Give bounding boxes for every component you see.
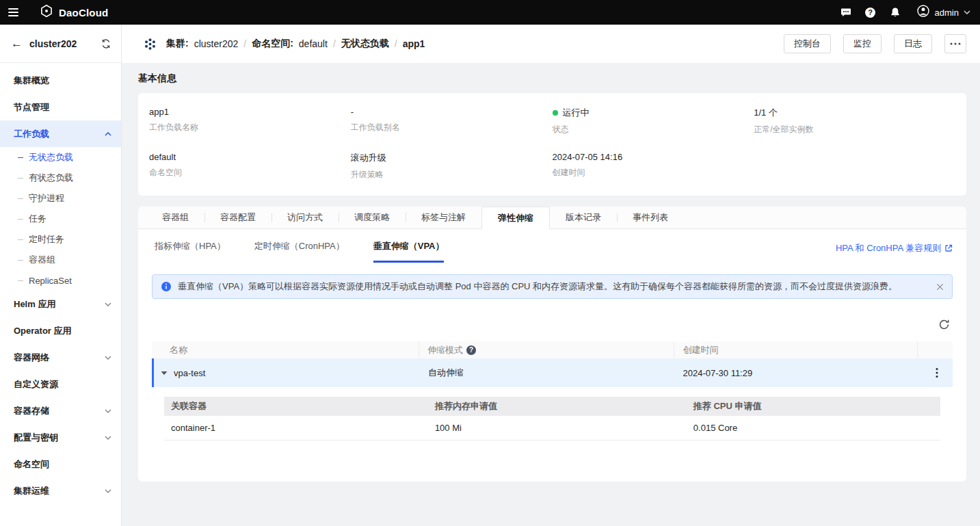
breadcrumb: 集群: cluster202 / 命名空间: default / 无状态负载 /…	[166, 38, 425, 50]
sidebar-item-namespaces[interactable]: 命名空间	[0, 451, 121, 477]
sidebar-item-custom-resources[interactable]: 自定义资源	[0, 371, 121, 397]
memory-recommendation: 100 Mi	[428, 423, 687, 433]
sidebar-item-replicaset[interactable]: ReplicaSet	[0, 270, 121, 291]
table-row-vpa-test[interactable]: vpa-test 自动伸缩 2024-07-30 11:29	[152, 358, 953, 387]
help-icon[interactable]: ?	[466, 345, 476, 355]
vpa-created: 2024-07-30 11:29	[675, 368, 918, 378]
row-actions-kebab-icon[interactable]	[936, 367, 938, 378]
info-field-workload-name: app1 工作负载名称	[149, 107, 351, 135]
tab-labels-annotations[interactable]: 标签与注解	[406, 207, 481, 228]
status-text: 运行中	[563, 107, 590, 119]
tab-pods[interactable]: 容器组	[146, 207, 204, 228]
field-value: 1/1 个	[754, 107, 955, 119]
avatar-icon	[916, 4, 930, 21]
table-header-row: 名称 伸缩模式 ? 创建时间	[152, 341, 953, 358]
console-button[interactable]: 控制台	[784, 34, 831, 53]
breadcrumb-separator: /	[395, 38, 397, 49]
sidebar-item-node-management[interactable]: 节点管理	[0, 94, 121, 120]
tab-scheduling-policy[interactable]: 调度策略	[339, 207, 406, 228]
subtabs-row: 指标伸缩（HPA） 定时伸缩（CronHPA） 垂直伸缩（VPA） HPA 和 …	[138, 229, 966, 263]
info-field-upgrade-strategy: 滚动升级 升级策略	[351, 152, 553, 181]
subtab-vpa[interactable]: 垂直伸缩（VPA）	[373, 240, 445, 263]
brand[interactable]: DaoCloud	[40, 4, 108, 21]
container-name: container-1	[164, 423, 428, 433]
field-label: 工作负载名称	[149, 122, 351, 133]
column-header-mode: 伸缩模式 ?	[419, 341, 674, 358]
close-icon[interactable]	[936, 283, 944, 291]
sidebar-item-label: 守护进程	[29, 192, 64, 205]
sidebar-item-label: 有状态负载	[29, 172, 73, 184]
logs-button[interactable]: 日志	[894, 34, 932, 53]
sidebar-item-container-storage[interactable]: 容器存储	[0, 397, 121, 424]
cpu-recommendation: 0.015 Core	[687, 423, 940, 433]
more-actions-button[interactable]	[944, 34, 966, 53]
sidebar-item-label: 集群运维	[14, 485, 105, 497]
subtab-hpa[interactable]: 指标伸缩（HPA）	[155, 240, 226, 263]
main-content: 集群: cluster202 / 命名空间: default / 无状态负载 /…	[122, 25, 980, 526]
nested-table-row: container-1 100 Mi 0.015 Core	[164, 416, 940, 440]
chevron-down-icon	[105, 436, 111, 440]
sidebar-item-workloads[interactable]: 工作负载	[0, 120, 121, 147]
nested-column-memory: 推荐内存申请值	[428, 400, 687, 412]
chevron-down-icon	[105, 489, 111, 493]
sidebar-item-config-secrets[interactable]: 配置与密钥	[0, 424, 121, 451]
hpa-cronhpa-rules-link[interactable]: HPA 和 CronHPA 兼容规则	[836, 242, 953, 263]
vpa-name[interactable]: vpa-test	[174, 368, 205, 378]
column-header-actions	[917, 341, 953, 358]
monitor-button[interactable]: 监控	[843, 34, 882, 53]
breadcrumb-namespace-value[interactable]: default	[299, 38, 328, 49]
breadcrumb-cluster-value[interactable]: cluster202	[194, 38, 239, 49]
breadcrumb-separator: /	[243, 38, 246, 49]
sidebar-item-daemonsets[interactable]: 守护进程	[0, 188, 121, 209]
sidebar-item-container-network[interactable]: 容器网络	[0, 344, 121, 371]
collapse-caret-icon[interactable]	[161, 371, 168, 376]
column-header-created: 创建时间	[674, 341, 917, 358]
tree-dash	[18, 239, 23, 240]
daocloud-logo-icon	[40, 4, 53, 21]
help-icon[interactable]: ?	[860, 2, 881, 23]
link-text: HPA 和 CronHPA 兼容规则	[836, 242, 941, 254]
sidebar-item-label: Helm 应用	[14, 298, 105, 311]
sidebar-item-label: 定时任务	[29, 233, 64, 246]
tab-version-history[interactable]: 版本记录	[550, 207, 617, 228]
page-header: 集群: cluster202 / 命名空间: default / 无状态负载 /…	[122, 25, 980, 63]
tab-access-method[interactable]: 访问方式	[272, 207, 339, 228]
sidebar-item-cluster-ops[interactable]: 集群运维	[0, 477, 121, 504]
field-label: 命名空间	[149, 167, 351, 179]
field-value: 2024-07-05 14:16	[553, 152, 754, 162]
user-menu[interactable]: admin	[916, 4, 970, 21]
subtab-cronhpa[interactable]: 定时伸缩（CronHPA）	[254, 240, 345, 263]
breadcrumb-workload-type[interactable]: 无状态负载	[341, 38, 389, 50]
messages-icon[interactable]	[836, 2, 856, 23]
sidebar-item-cluster-overview[interactable]: 集群概览	[0, 67, 121, 94]
sidebar-item-label: 任务	[29, 213, 47, 225]
tabstrip: 容器组 容器配置 访问方式 调度策略 标签与注解 弹性伸缩 版本记录 事件列表	[138, 207, 966, 229]
refresh-icon[interactable]	[936, 316, 953, 333]
sidebar-item-stateful-workloads[interactable]: 有状态负载	[0, 168, 121, 188]
sidebar-item-operator-apps[interactable]: Operator 应用	[0, 317, 121, 344]
switch-cluster-icon[interactable]	[101, 38, 111, 49]
sidebar-item-cronjobs[interactable]: 定时任务	[0, 229, 121, 250]
info-field-namespace: default 命名空间	[149, 152, 351, 181]
info-alert: 垂直伸缩（VPA）策略可以根据容器实际资源使用情况手动或自动调整 Pod 中容器…	[152, 274, 953, 299]
sidebar-item-label: 节点管理	[14, 101, 111, 114]
sidebar-item-pods[interactable]: 容器组	[0, 250, 121, 270]
field-label: 创建时间	[553, 167, 754, 179]
row-actions-cell	[918, 367, 953, 378]
sidebar-item-helm-apps[interactable]: Helm 应用	[0, 291, 121, 317]
tab-container-config[interactable]: 容器配置	[204, 207, 272, 228]
alert-message: 垂直伸缩（VPA）策略可以根据容器实际资源使用情况手动或自动调整 Pod 中容器…	[178, 280, 897, 293]
nested-table-header-row: 关联容器 推荐内存申请值 推荐 CPU 申请值	[164, 397, 940, 416]
vpa-table: 名称 伸缩模式 ? 创建时间	[152, 341, 953, 440]
tab-event-list[interactable]: 事件列表	[617, 207, 684, 228]
tab-autoscaling[interactable]: 弹性伸缩	[481, 207, 550, 229]
username: admin	[935, 8, 959, 18]
sidebar-item-label: 配置与密钥	[14, 432, 105, 444]
menu-toggle-button[interactable]	[8, 3, 27, 22]
back-button[interactable]: ←	[11, 38, 23, 49]
column-header-label: 名称	[170, 344, 187, 356]
sidebar-item-jobs[interactable]: 任务	[0, 209, 121, 229]
column-header-label: 伸缩模式	[427, 344, 463, 356]
sidebar-item-stateless-workloads[interactable]: 无状态负载	[0, 147, 121, 168]
notifications-bell-icon[interactable]	[885, 2, 905, 23]
